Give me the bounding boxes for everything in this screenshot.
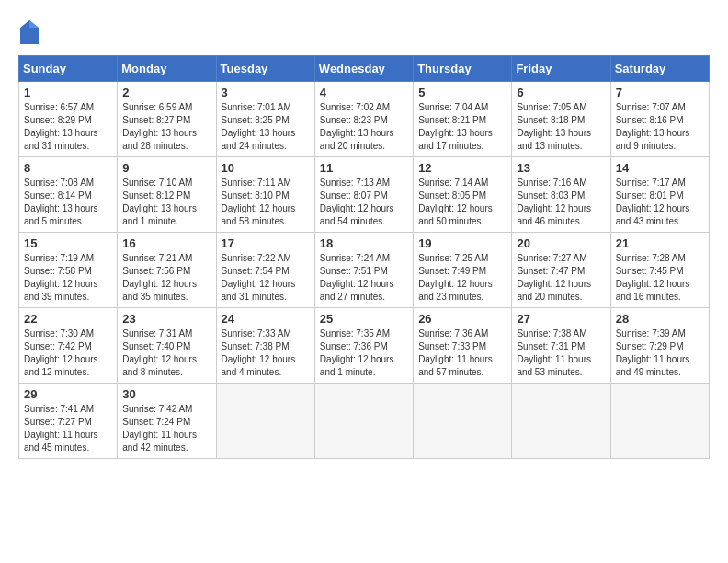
logo-icon [18, 18, 40, 46]
calendar-cell: 11Sunrise: 7:13 AMSunset: 8:07 PMDayligh… [314, 157, 413, 233]
calendar-cell: 20Sunrise: 7:27 AMSunset: 7:47 PMDayligh… [512, 233, 610, 308]
calendar-cell: 19Sunrise: 7:25 AMSunset: 7:49 PMDayligh… [414, 233, 512, 308]
calendar-cell: 5Sunrise: 7:04 AMSunset: 8:21 PMDaylight… [414, 82, 512, 157]
calendar-cell: 28Sunrise: 7:39 AMSunset: 7:29 PMDayligh… [610, 308, 709, 384]
calendar-cell: 18Sunrise: 7:24 AMSunset: 7:51 PMDayligh… [314, 233, 413, 308]
calendar-cell: 21Sunrise: 7:28 AMSunset: 7:45 PMDayligh… [610, 233, 709, 308]
calendar-cell: 15Sunrise: 7:19 AMSunset: 7:58 PMDayligh… [19, 233, 118, 308]
col-header-friday: Friday [512, 56, 610, 82]
calendar-cell: 29Sunrise: 7:41 AMSunset: 7:27 PMDayligh… [19, 384, 118, 459]
calendar-cell: 10Sunrise: 7:11 AMSunset: 8:10 PMDayligh… [216, 157, 314, 233]
calendar-cell [512, 384, 610, 459]
calendar-cell: 2Sunrise: 6:59 AMSunset: 8:27 PMDaylight… [118, 82, 216, 157]
calendar-cell: 23Sunrise: 7:31 AMSunset: 7:40 PMDayligh… [118, 308, 216, 384]
calendar-cell: 1Sunrise: 6:57 AMSunset: 8:29 PMDaylight… [19, 82, 118, 157]
calendar-cell: 30Sunrise: 7:42 AMSunset: 7:24 PMDayligh… [118, 384, 216, 459]
calendar-cell: 4Sunrise: 7:02 AMSunset: 8:23 PMDaylight… [314, 82, 413, 157]
calendar-cell [314, 384, 413, 459]
calendar-cell: 16Sunrise: 7:21 AMSunset: 7:56 PMDayligh… [118, 233, 216, 308]
col-header-monday: Monday [118, 56, 216, 82]
col-header-saturday: Saturday [610, 56, 709, 82]
calendar-cell [216, 384, 314, 459]
calendar-cell [610, 384, 709, 459]
calendar-cell: 24Sunrise: 7:33 AMSunset: 7:38 PMDayligh… [216, 308, 314, 384]
col-header-sunday: Sunday [19, 56, 118, 82]
col-header-thursday: Thursday [414, 56, 512, 82]
calendar-cell: 9Sunrise: 7:10 AMSunset: 8:12 PMDaylight… [118, 157, 216, 233]
page-header [18, 18, 710, 46]
calendar-cell: 3Sunrise: 7:01 AMSunset: 8:25 PMDaylight… [216, 82, 314, 157]
calendar-cell: 27Sunrise: 7:38 AMSunset: 7:31 PMDayligh… [512, 308, 610, 384]
calendar-cell: 13Sunrise: 7:16 AMSunset: 8:03 PMDayligh… [512, 157, 610, 233]
calendar-cell: 6Sunrise: 7:05 AMSunset: 8:18 PMDaylight… [512, 82, 610, 157]
svg-marker-1 [29, 20, 39, 28]
calendar-cell: 26Sunrise: 7:36 AMSunset: 7:33 PMDayligh… [414, 308, 512, 384]
logo [18, 18, 44, 46]
calendar-cell: 17Sunrise: 7:22 AMSunset: 7:54 PMDayligh… [216, 233, 314, 308]
calendar-table: SundayMondayTuesdayWednesdayThursdayFrid… [18, 55, 710, 459]
calendar-cell: 12Sunrise: 7:14 AMSunset: 8:05 PMDayligh… [414, 157, 512, 233]
calendar-cell: 14Sunrise: 7:17 AMSunset: 8:01 PMDayligh… [610, 157, 709, 233]
calendar-cell: 8Sunrise: 7:08 AMSunset: 8:14 PMDaylight… [19, 157, 118, 233]
calendar-cell: 7Sunrise: 7:07 AMSunset: 8:16 PMDaylight… [610, 82, 709, 157]
col-header-tuesday: Tuesday [216, 56, 314, 82]
col-header-wednesday: Wednesday [314, 56, 413, 82]
calendar-cell: 22Sunrise: 7:30 AMSunset: 7:42 PMDayligh… [19, 308, 118, 384]
calendar-cell: 25Sunrise: 7:35 AMSunset: 7:36 PMDayligh… [314, 308, 413, 384]
calendar-cell [414, 384, 512, 459]
